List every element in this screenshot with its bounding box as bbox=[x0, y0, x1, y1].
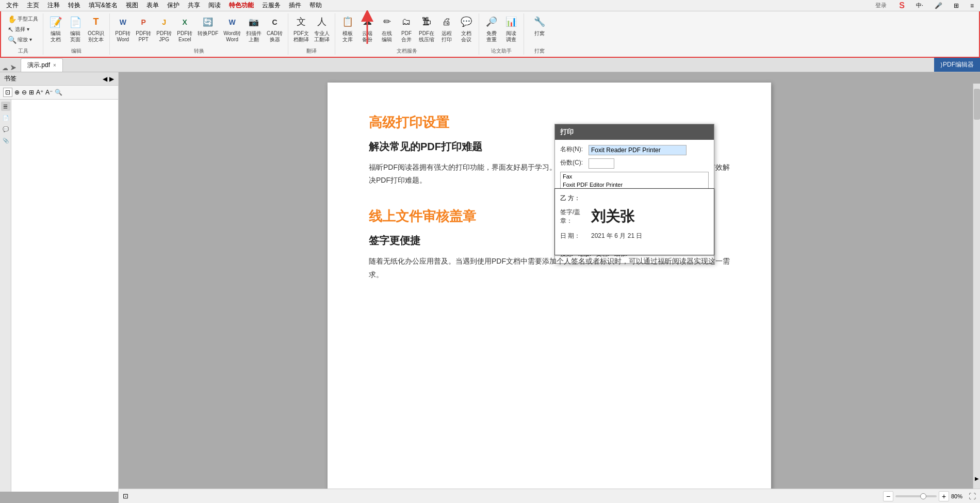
menu-cloud[interactable]: 云服务 bbox=[258, 0, 285, 11]
zoom-btn[interactable]: 🔍 缩放 ▾ bbox=[6, 35, 40, 44]
sidebar-content bbox=[11, 100, 118, 492]
sidebar-next-btn[interactable]: ▶ bbox=[109, 75, 114, 83]
select-icon: ↖ bbox=[8, 25, 14, 34]
pdf-merge-btn[interactable]: 🗂 PDF合并 bbox=[397, 13, 416, 44]
free-check-btn[interactable]: 🔎 免费查重 bbox=[482, 13, 501, 44]
printer-fax[interactable]: Fax bbox=[561, 172, 708, 181]
pdf-to-ppt-btn[interactable]: P PDF转PPT bbox=[134, 13, 153, 44]
sidebar-header: 书签 ◀ ▶ bbox=[0, 72, 118, 86]
pdf-to-jpg-icon: J bbox=[157, 15, 171, 29]
sidebar-nav-comments[interactable]: 💬 bbox=[1, 124, 10, 134]
sidebar-nav-bookmarks[interactable]: ☰ bbox=[1, 102, 10, 111]
sidebar-font-minus[interactable]: A⁻ bbox=[45, 89, 53, 96]
zoom-label: 缩放 ▾ bbox=[18, 36, 32, 43]
sig-date-row: 日 期： 2021 年 6 月 21 日 bbox=[560, 232, 709, 240]
edit-page-btn[interactable]: 📄 编辑页面 bbox=[66, 13, 85, 44]
menu-annotation[interactable]: 注释 bbox=[43, 0, 64, 11]
print-btn[interactable]: 🔧 打窝 bbox=[530, 13, 549, 38]
word-to-word-btn[interactable]: W Word转Word bbox=[221, 13, 243, 44]
menu-convert[interactable]: 转换 bbox=[64, 0, 85, 11]
select-label: 选择 ▾ bbox=[15, 26, 29, 33]
read-survey-btn[interactable]: 📊 阅读调查 bbox=[502, 13, 520, 44]
sidebar-font-plus[interactable]: A⁺ bbox=[36, 89, 43, 96]
ribbon-group-tools: ✋ 手型工具 ↖ 选择 ▾ 🔍 缩放 ▾ 工具 bbox=[3, 13, 43, 55]
tab-bar-icon2[interactable]: ⮞ bbox=[10, 64, 17, 72]
hand-tool-btn[interactable]: ✋ 手型工具 bbox=[6, 14, 40, 24]
edit-doc-btn[interactable]: 📝 编辑文档 bbox=[46, 13, 65, 44]
pdf-to-excel-icon: X bbox=[177, 15, 192, 29]
sidebar-nav-pages[interactable]: 📄 bbox=[1, 113, 10, 122]
print-name-input[interactable] bbox=[589, 145, 687, 155]
menu-help[interactable]: 帮助 bbox=[305, 0, 326, 11]
edit-doc-icon: 📝 bbox=[48, 15, 63, 29]
page-thumbnail-icon[interactable]: ⊡ bbox=[123, 492, 128, 500]
menu-plugin[interactable]: 插件 bbox=[285, 0, 305, 11]
print-copies-input[interactable] bbox=[589, 158, 614, 169]
tab-close-btn[interactable]: × bbox=[53, 62, 56, 68]
menu-read[interactable]: 阅读 bbox=[204, 0, 225, 11]
edit-page-icon: 📄 bbox=[68, 15, 83, 29]
scan-label: 扫描件上翻 bbox=[246, 30, 262, 43]
sidebar-tool-1[interactable]: ⊡ bbox=[3, 88, 12, 97]
pdf-translate-btn[interactable]: 文 PDF文档翻译 bbox=[291, 13, 311, 44]
scan-btn[interactable]: 📷 扫描件上翻 bbox=[244, 13, 264, 44]
sig-name-label: 签字/盖章： bbox=[560, 208, 591, 225]
pdf-editor-button[interactable]: ⟩ PDF编辑器 bbox=[934, 58, 980, 72]
translate-group-label: 翻译 bbox=[306, 46, 317, 55]
to-pdf-icon: 🔄 bbox=[201, 15, 215, 29]
pdf-to-excel-btn[interactable]: X PDF转Excel bbox=[175, 13, 194, 44]
to-pdf-btn[interactable]: 🔄 转换PDF bbox=[195, 13, 220, 38]
sidebar-tool-3[interactable]: ⊖ bbox=[22, 89, 27, 96]
zoom-thumb[interactable] bbox=[920, 493, 926, 499]
pdf-to-excel-label: PDF转Excel bbox=[177, 30, 192, 43]
to-pdf-label: 转换PDF bbox=[198, 30, 218, 37]
pdf-tab[interactable]: 演示.pdf × bbox=[21, 58, 63, 72]
print-copies-input-box bbox=[589, 158, 709, 169]
edit-page-label: 编辑页面 bbox=[70, 30, 80, 43]
tab-bar-icon1[interactable]: ☁ bbox=[2, 64, 8, 72]
menu-sign[interactable]: 填写&签名 bbox=[85, 0, 122, 11]
doc-services-group-label: 文档服务 bbox=[397, 46, 417, 55]
zoom-plus-btn[interactable]: + bbox=[939, 491, 949, 501]
cad-icon: C bbox=[268, 15, 282, 29]
human-translate-btn[interactable]: 人 专业人工翻译 bbox=[312, 13, 332, 44]
menu-file[interactable]: 文件 bbox=[2, 0, 23, 11]
print-name-input-box bbox=[589, 145, 709, 155]
print-row-copies: 份数(C): bbox=[560, 158, 709, 169]
pdf-to-jpg-btn[interactable]: J PDF转JPG bbox=[154, 13, 174, 44]
pdf-page: 高级打印设置 解决常见的PDF打印难题 福昕PDF阅读器拥有强大的打印功能，界面… bbox=[328, 83, 771, 492]
pdf-compress-icon: 🗜 bbox=[419, 15, 434, 29]
printer-foxit-editor[interactable]: Foxit PDF Editor Printer bbox=[561, 181, 708, 189]
free-check-label: 免费查重 bbox=[486, 30, 497, 43]
sidebar-prev-btn[interactable]: ◀ bbox=[103, 75, 107, 83]
menu-form[interactable]: 表单 bbox=[142, 0, 163, 11]
remote-print-label: 远程打印 bbox=[442, 30, 452, 43]
section2-body: 随着无纸化办公应用普及。当遇到使用PDF文档中需要添加个人签名或者标识时，可以通… bbox=[369, 255, 730, 281]
sidebar-tool-5[interactable]: 🔍 bbox=[55, 89, 62, 96]
menu-share[interactable]: 共享 bbox=[184, 0, 204, 11]
menu-feature[interactable]: 特色功能 bbox=[225, 0, 258, 11]
scrollbar-thumb[interactable] bbox=[974, 89, 980, 120]
ribbon-group-convert: W PDF转Word P PDF转PPT J PDF转JPG X PDF转Exc… bbox=[110, 13, 288, 55]
zoom-minus-btn[interactable]: − bbox=[883, 491, 893, 501]
scroll-right-arrow[interactable]: ▶ bbox=[973, 476, 980, 481]
pdf-compress-btn[interactable]: 🗜 PDF在线压缩 bbox=[417, 13, 436, 44]
menu-home[interactable]: 主页 bbox=[23, 0, 43, 11]
pdf-to-word-btn[interactable]: W PDF转Word bbox=[113, 13, 133, 44]
ocr-btn[interactable]: T OCR识别文本 bbox=[86, 13, 106, 44]
login-btn[interactable]: 登录 bbox=[871, 1, 891, 10]
sidebar-tool-4[interactable]: ⊞ bbox=[29, 89, 34, 96]
zoom-expand-btn[interactable]: ⛶ bbox=[969, 492, 976, 500]
pdf-scrollbar[interactable]: ▶ bbox=[973, 84, 980, 489]
menu-view[interactable]: 视图 bbox=[122, 0, 142, 11]
remote-print-btn[interactable]: 🖨 远程打印 bbox=[437, 13, 456, 44]
zoom-slider[interactable] bbox=[895, 495, 937, 497]
cad-btn[interactable]: C CAD转换器 bbox=[265, 13, 285, 44]
menu-protect[interactable]: 保护 bbox=[163, 0, 184, 11]
pdf-to-word-label: PDF转Word bbox=[115, 30, 130, 43]
sidebar-nav-attachments[interactable]: 📎 bbox=[1, 136, 10, 145]
sidebar-tool-2[interactable]: ⊕ bbox=[14, 89, 20, 96]
sidebar: 书签 ◀ ▶ ⊡ ⊕ ⊖ ⊞ A⁺ A⁻ 🔍 ☰ 📄 💬 📎 bbox=[0, 72, 119, 492]
select-btn[interactable]: ↖ 选择 ▾ bbox=[6, 25, 40, 34]
doc-meeting-btn[interactable]: 💬 文档会议 bbox=[457, 13, 476, 44]
